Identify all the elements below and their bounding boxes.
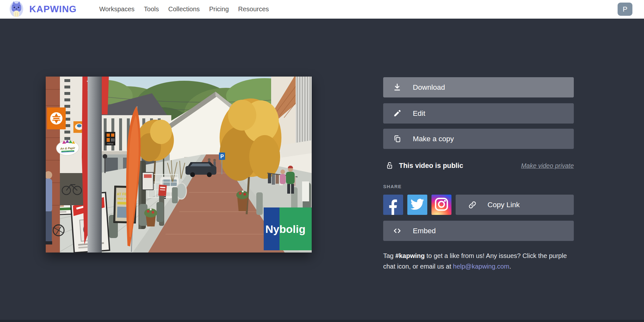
privacy-row: This video is public Make video private [383,159,574,172]
privacy-status: This video is public [399,162,463,170]
code-icon [393,226,402,235]
svg-text:merco: merco [107,143,113,145]
facebook-share-button[interactable] [383,195,403,215]
street-photo: P [46,77,312,253]
nav-links: Workspaces Tools Collections Pricing Res… [99,5,269,13]
footer-text-suffix: . [509,263,511,270]
svg-text:Nybolig: Nybolig [265,223,306,235]
copy-link-button[interactable]: Copy Link [456,195,574,215]
user-avatar[interactable]: P [618,3,632,16]
kapwing-share-page: KAPWING Workspaces Tools Collections Pri… [0,0,644,322]
download-button[interactable]: Download [383,77,574,97]
nav-link-collections[interactable]: Collections [168,5,200,13]
kapwing-logo[interactable]: KAPWING [8,0,77,19]
make-a-copy-label: Make a copy [413,135,454,143]
video-preview[interactable]: P [46,77,312,253]
svg-text:P: P [220,154,224,159]
red-banner-right [101,77,109,115]
share-row: Copy Link [383,195,574,215]
brand-name: KAPWING [29,4,77,14]
download-label: Download [413,83,445,92]
nav-link-workspaces[interactable]: Workspaces [99,5,135,13]
sandwich-board [158,185,167,196]
instagram-icon [434,197,449,213]
foreground-pole [88,77,102,253]
footer-text-prefix: Tag [383,252,395,259]
edit-label: Edit [413,109,425,118]
footer-note: Tag #kapwing to get a like from us! Any … [383,251,571,272]
kapwing-cat-icon [8,0,25,19]
embed-button[interactable]: Embed [383,221,574,241]
copy-link-label: Copy Link [488,201,520,209]
twitter-share-button[interactable] [407,195,427,215]
nybolig-watermark: Nybolig [264,207,312,250]
footer-hashtag: #kapwing [395,252,425,259]
edit-button[interactable]: Edit [383,103,574,124]
pencil-icon [393,109,402,118]
nav-link-tools[interactable]: Tools [144,5,159,13]
navbar: KAPWING Workspaces Tools Collections Pri… [0,0,644,19]
nav-link-pricing[interactable]: Pricing [209,5,229,13]
share-heading: SHARE [383,184,574,189]
expert-sign [47,107,66,129]
facebook-icon [385,195,402,215]
support-email-link[interactable]: help@kapwing.com [453,263,509,270]
make-video-private-link[interactable]: Make video private [521,162,574,170]
twitter-icon [411,198,424,212]
make-a-copy-button[interactable]: Make a copy [383,129,574,149]
instagram-share-button[interactable] [431,195,451,215]
copy-icon [393,134,402,143]
lock-icon [386,161,393,170]
bottom-strip [0,320,644,322]
poster-distant [142,172,153,190]
link-icon [468,200,477,209]
nav-link-resources[interactable]: Resources [238,5,269,13]
download-icon [393,83,402,92]
merco-sign: merco [105,132,115,145]
embed-label: Embed [413,227,436,235]
